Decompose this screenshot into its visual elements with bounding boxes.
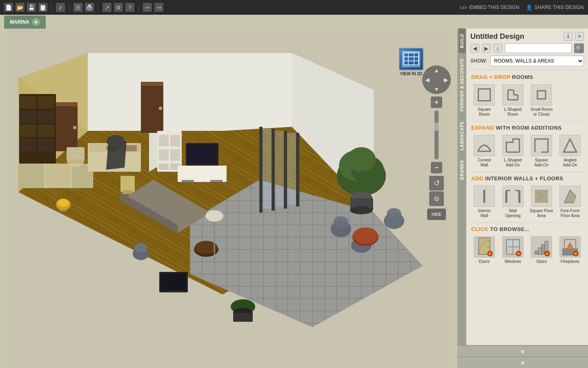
vtab-brands[interactable]: BRANDS [459,155,466,185]
sq-floor-label: Square FloorArea [530,209,553,218]
curved-wall-item[interactable]: CurvedWall [471,135,497,168]
show-select[interactable]: ROOMS, WALLS & AREAS [490,56,584,66]
info-icon[interactable]: i [56,3,65,12]
panel-forward-btn[interactable]: ▶ [482,44,491,53]
svg-point-84 [387,208,401,220]
new-file-icon[interactable]: 📄 [4,3,13,12]
windows-item[interactable]: + Windows [500,236,526,264]
sq-floor-item[interactable]: Square FloorArea [528,186,555,218]
vtab-furnish[interactable]: FURNISH & DECORATE [459,53,466,117]
wall-opening-item[interactable]: WallOpening [500,186,526,218]
doors-item[interactable]: + Doors [471,236,497,264]
panel-search-input[interactable] [505,43,572,53]
collapse-up-btn[interactable]: « [457,345,588,357]
zoom-track[interactable] [434,110,439,159]
save-as-icon[interactable]: 🗒️ [38,3,47,12]
undo-icon[interactable]: ↩ [143,3,152,12]
l-shaped-room-item[interactable]: L-ShapedRoom [500,84,526,117]
vtab-landscape[interactable]: LANDSCAPE [459,116,466,155]
svg-rect-39 [20,125,36,137]
fireplaces-label: Fireplaces [561,259,579,264]
panel-back-btn[interactable]: ◀ [470,44,479,53]
small-room-svg [534,88,549,102]
svg-point-82 [334,216,348,228]
l-addon-svg [504,137,522,155]
save-icon[interactable]: 💾 [27,3,36,12]
fireplaces-item[interactable]: + Fireplaces [557,236,583,264]
settings-overlay-btn[interactable]: ⚙ [429,191,444,206]
add-tab-btn[interactable]: + [32,18,40,26]
help-icon[interactable]: ? [125,3,134,12]
nav-down-btn[interactable]: ▼ [432,85,441,93]
panel-close-btn[interactable]: ✕ [575,32,584,41]
vtab-build[interactable]: BUILD [459,29,466,53]
redo-icon[interactable]: ↪ [154,3,163,12]
sidebar: BUILD FURNISH & DECORATE LANDSCAPE BRAND… [457,29,588,368]
view2d-button[interactable]: VIEW IN 2D [397,47,425,76]
sq-addon-svg [532,137,550,155]
angled-addon-svg [561,137,579,155]
nav-left-btn[interactable]: ◀ [423,76,431,84]
zoom-out-btn[interactable]: − [431,162,442,173]
tab-marina[interactable]: MARINA + [4,16,46,29]
export-icon[interactable]: ↗ [102,3,111,12]
open-file-icon[interactable]: 📂 [16,3,24,12]
svg-point-73 [205,210,223,222]
freeform-floor-svg [561,187,579,205]
svg-rect-33 [287,133,296,204]
svg-rect-40 [38,125,54,137]
panel-info-btn[interactable]: ℹ [564,32,572,41]
svg-rect-48 [67,147,85,159]
collapse-down-btn[interactable]: » [457,357,588,368]
l-shaped-room-icon [502,84,523,105]
svg-rect-134 [514,240,519,246]
small-room-label: Small Roomor Closet [530,107,552,117]
svg-rect-45 [46,164,70,188]
curved-wall-label: CurvedWall [478,158,491,168]
stairs-label: Stairs [536,259,547,264]
l-addon-item[interactable]: L-ShapedAdd-On [500,135,526,168]
svg-marker-117 [564,139,577,152]
panel-nav: ◀ ▶ ⌂ 🔍 [470,43,584,53]
sep1 [51,3,52,11]
reset-view-btn[interactable]: ↺ [429,176,444,191]
freeform-floor-item[interactable]: Free-FormFloor Area [557,186,583,218]
embed-btn[interactable]: </> EMBED THIS DESIGN [460,4,519,11]
panel-home-btn[interactable]: ⌂ [493,44,502,53]
sq-addon-label: SquareAdd-On [535,158,548,168]
svg-rect-53 [120,176,135,192]
angled-addon-icon [559,135,581,156]
settings-gear-icon[interactable]: ⚙ [114,3,123,12]
square-room-item[interactable]: SquareRoom [471,84,497,117]
list-icon[interactable]: ☰ [74,3,82,12]
svg-point-98 [58,199,69,207]
stairs-item[interactable]: + Stairs [528,236,555,264]
sq-addon-item[interactable]: SquareAdd-On [528,135,555,168]
freeform-floor-icon [559,186,581,207]
windows-badge: + [516,251,521,256]
zoom-in-btn[interactable]: + [431,96,442,108]
curved-wall-svg [475,137,493,155]
small-room-item[interactable]: Small Roomor Closet [528,84,555,117]
hide-btn[interactable]: HIDE [427,209,446,220]
expand-title: EXPAND WITH ROOM ADDITIONS [471,125,583,131]
interior-wall-item[interactable]: InteriorWall [471,186,497,218]
windows-icon: + [502,236,523,258]
panel-search-btn[interactable]: 🔍 [574,43,584,53]
share-btn[interactable]: 👤 SHARE THIS DESIGN [526,4,584,11]
interior-title: ADD INTERIOR WALLS + FLOORS [471,175,583,182]
angled-addon-item[interactable]: AngledAdd-On [557,135,583,168]
panel-title-row: Untitled Design ℹ ✕ [470,32,584,41]
canvas[interactable]: VIEW IN 2D ▲ ▼ ◀ ▶ + − ↺ ⚙ [0,29,457,368]
square-room-icon [474,84,495,105]
curved-wall-icon [474,135,495,156]
nav-right-btn[interactable]: ▶ [442,76,450,84]
wall-opening-svg [504,187,522,205]
print-icon[interactable]: 🖨️ [85,3,94,12]
svg-rect-91 [233,313,253,322]
tabbar: MARINA + [0,15,588,29]
svg-rect-35 [20,96,36,108]
nav-up-btn[interactable]: ▲ [432,66,441,74]
svg-point-93 [135,243,147,253]
expand-grid: CurvedWall L-ShapedAdd-On [471,135,583,168]
